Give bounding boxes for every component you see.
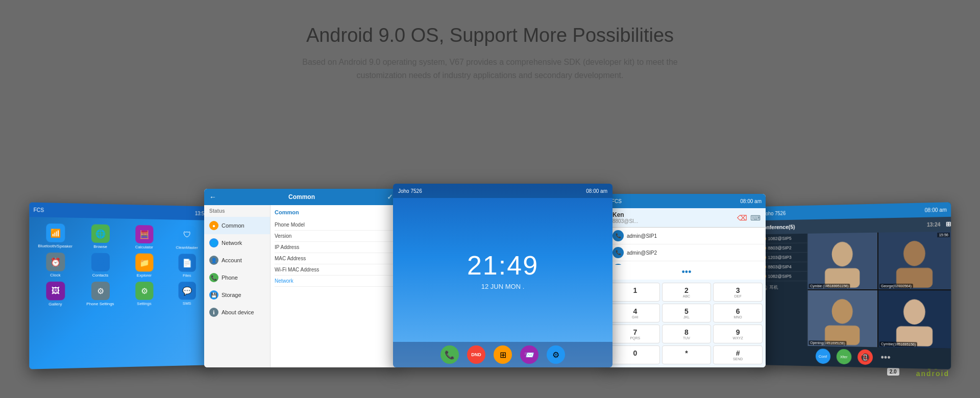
about-icon: ℹ bbox=[209, 308, 218, 317]
conf-sip-1: 1082@SIP5 bbox=[760, 234, 807, 244]
settings-option-wifi-mac: Wi-Fi MAC Address bbox=[275, 264, 394, 276]
common-label: Common bbox=[222, 222, 244, 229]
sip-label-2: admin@SIP2 bbox=[627, 250, 657, 256]
settings-item-storage[interactable]: 💾 Storage bbox=[204, 286, 270, 304]
dial-key-0[interactable]: 0 bbox=[610, 345, 660, 364]
settings-option-mac: MAC Address bbox=[275, 253, 394, 264]
app-files-icon: 📄 bbox=[178, 254, 195, 271]
reject-btn[interactable]: 📵 bbox=[857, 350, 873, 365]
settings-body: Status ● Common 🌐 Network 👤 Account � bbox=[204, 205, 398, 367]
sip-item-1[interactable]: 📞 admin@SIP1 bbox=[607, 228, 766, 244]
settings-app-btn[interactable]: ⚙ bbox=[547, 345, 565, 364]
app-cleanmaster[interactable]: 🛡 CleanMaster bbox=[167, 226, 206, 250]
conf-video-3: Opening(1851695156) bbox=[808, 290, 877, 347]
svg-point-7 bbox=[832, 299, 853, 324]
dial-time: 08:00 am bbox=[740, 198, 762, 204]
dial-key-9[interactable]: 9WXYZ bbox=[713, 325, 763, 343]
dial-key-1[interactable]: 1 bbox=[610, 283, 660, 302]
phone-app-btn[interactable]: 📞 bbox=[440, 345, 459, 364]
app-phone-settings[interactable]: ⚙ Phone Settings bbox=[80, 282, 120, 306]
app-clock[interactable]: ⏰ Clock bbox=[35, 253, 76, 278]
home-label: FCS bbox=[34, 207, 44, 213]
app-cleanmaster-icon: 🛡 bbox=[178, 226, 195, 244]
app-contacts[interactable]: 👤 Contacts bbox=[80, 253, 120, 278]
settings-item-common[interactable]: ● Common bbox=[204, 217, 270, 234]
app-bluetooth[interactable]: 📶 Bluetooth/Speaker bbox=[35, 223, 76, 249]
account-icon: 👤 bbox=[209, 256, 218, 265]
sip-icon-2: 📞 bbox=[612, 247, 624, 258]
clock-bottom-bar: 📞 DND ⊞ 📨 ⚙ bbox=[393, 342, 612, 367]
keyboard-icon[interactable]: ⌨ bbox=[750, 214, 761, 222]
expand-icon[interactable]: ⊞ bbox=[946, 220, 951, 228]
app-calculator-icon: 🧮 bbox=[135, 225, 153, 243]
common-icon: ● bbox=[209, 221, 218, 230]
dial-key-3[interactable]: 3DEF bbox=[713, 283, 763, 302]
app-gallery[interactable]: 🖼 Gallery bbox=[35, 282, 76, 307]
back-icon[interactable]: ← bbox=[209, 193, 216, 201]
backspace-icon[interactable]: ⌫ bbox=[737, 214, 747, 222]
dial-key-6[interactable]: 6MNO bbox=[713, 304, 763, 322]
check-icon[interactable]: ✓ bbox=[387, 193, 393, 201]
conference-btn[interactable]: Conf bbox=[815, 349, 830, 364]
conf-video-4: Cymbie(1851695156) bbox=[878, 290, 951, 349]
app-calculator[interactable]: 🧮 Calculator bbox=[125, 225, 164, 250]
video-name-2: George(02000564) bbox=[879, 284, 913, 288]
dial-key-8[interactable]: 8TUV bbox=[662, 325, 712, 343]
clock-time-display: 21:49 bbox=[467, 250, 538, 281]
voicemail-app-btn[interactable]: 📨 bbox=[520, 345, 538, 364]
conf-time-display: 13:24 bbox=[927, 221, 940, 228]
video-name-3: Opening(1851695156) bbox=[808, 340, 846, 345]
main-title: Android 9.0 OS, Support More Possibiliti… bbox=[0, 24, 980, 46]
conf-sip-2: 8803@SIP2 bbox=[760, 243, 807, 253]
subtitle-line2: customization needs of industry applicat… bbox=[357, 71, 624, 80]
more-options-btn[interactable]: ••• bbox=[881, 352, 891, 363]
dial-key-star[interactable]: * bbox=[662, 345, 712, 364]
dial-top-bar: FCS 08:00 am bbox=[607, 194, 766, 208]
dial-key-2[interactable]: 2ABC bbox=[662, 283, 712, 302]
conf-sip-4: 8803@SIP4 bbox=[760, 262, 807, 272]
video-name-1: Cymbie (185169951156) bbox=[808, 284, 850, 288]
sip-item-3[interactable]: 📞 admin@SIP3 bbox=[607, 261, 766, 265]
dial-key-4[interactable]: 4GHI bbox=[610, 304, 660, 322]
clock-main: 21:49 12 JUN MON . bbox=[393, 198, 612, 342]
app-settings[interactable]: ⚙ Settings bbox=[125, 282, 164, 306]
svg-point-4 bbox=[903, 241, 925, 266]
settings-option-phone-model: Phone Model bbox=[275, 219, 394, 231]
app-browse[interactable]: 🌐 Browse bbox=[80, 224, 120, 249]
settings-option-version: Version bbox=[275, 231, 394, 242]
app-bluetooth-icon: 📶 bbox=[46, 223, 65, 242]
svg-point-1 bbox=[832, 242, 853, 267]
conf-body: 1082@SIP5 8803@SIP2 1203@SIP3 8803@SIP4 bbox=[760, 232, 951, 349]
clock-top-bar: Joho 7526 08:00 am bbox=[393, 184, 612, 198]
usb-version: 2.0 bbox=[887, 368, 899, 376]
settings-item-network[interactable]: 🌐 Network bbox=[204, 234, 270, 252]
transfer-btn[interactable]: Xfer bbox=[836, 349, 851, 364]
settings-left-panel: Status ● Common 🌐 Network 👤 Account � bbox=[204, 205, 271, 367]
dial-key-5[interactable]: 5JKL bbox=[662, 304, 712, 322]
app-grid: 📶 Bluetooth/Speaker 🌐 Browse 🧮 Calculato… bbox=[29, 217, 211, 313]
settings-header-title: Common bbox=[288, 193, 315, 201]
clock-label: Joho 7526 bbox=[398, 188, 422, 194]
dnd-app-btn[interactable]: DND bbox=[467, 345, 485, 364]
app-sms[interactable]: 💬 SMS bbox=[167, 282, 206, 306]
sip-item-2[interactable]: 📞 admin@SIP2 bbox=[607, 244, 766, 261]
dialpad-screen: FCS 08:00 am Ken 8803@SI... ⌫ ⌨ 📞 admin@… bbox=[607, 194, 766, 367]
clock-am-time: 08:00 am bbox=[586, 188, 607, 194]
grid-app-btn[interactable]: ⊞ bbox=[494, 345, 512, 364]
app-files[interactable]: 📄 Files bbox=[167, 254, 206, 278]
settings-item-about[interactable]: ℹ About device bbox=[204, 304, 270, 321]
more-dots[interactable]: ••• bbox=[607, 265, 766, 280]
subtitle: Based on Android 9.0 operating system, V… bbox=[0, 56, 980, 82]
dial-key-hash[interactable]: #SEND bbox=[713, 345, 763, 364]
video-time-badge: 15:56 bbox=[938, 233, 950, 238]
settings-right-header: Common bbox=[275, 209, 394, 215]
storage-icon: 💾 bbox=[209, 290, 218, 300]
dial-key-7[interactable]: 7PQRS bbox=[610, 325, 660, 343]
app-gallery-icon: 🖼 bbox=[46, 282, 65, 301]
app-explorer[interactable]: 📁 Explorer bbox=[125, 253, 164, 278]
settings-item-account[interactable]: 👤 Account bbox=[204, 252, 270, 269]
sip-label-1: admin@SIP1 bbox=[627, 233, 657, 239]
about-label: About device bbox=[222, 309, 254, 315]
dialpad-grid: 1 2ABC 3DEF 4GHI 5JKL 6MNO 7PQRS 8TUV 9W… bbox=[607, 280, 766, 367]
settings-item-phone[interactable]: 📞 Phone bbox=[204, 269, 270, 286]
